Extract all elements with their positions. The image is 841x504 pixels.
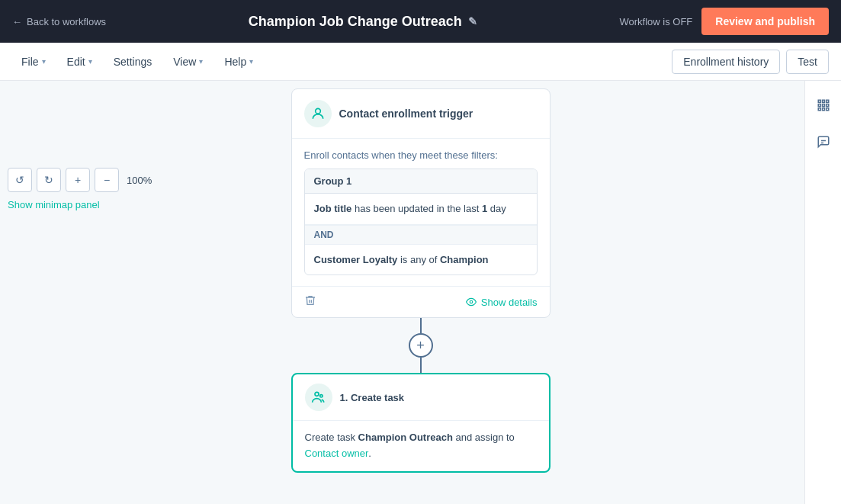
- workflow-title-area: Champion Job Change Outreach ✎: [115, 14, 610, 30]
- group-header-label: Group 1: [305, 169, 537, 194]
- filter2-field: Customer Loyalty: [314, 254, 398, 265]
- trigger-header: Contact enrollment trigger: [292, 89, 550, 139]
- trigger-card-body: Enroll contacts when they meet these fil…: [292, 139, 550, 286]
- view-chevron-icon: ▾: [199, 57, 203, 66]
- action-header: 1. Create task: [293, 374, 549, 421]
- redo-icon: ↻: [44, 174, 53, 186]
- step-connector: +: [409, 318, 433, 373]
- action-body-middle: and assign to: [455, 432, 514, 443]
- zoom-in-button[interactable]: +: [66, 168, 90, 192]
- contact-enrollment-trigger-icon: [304, 100, 332, 127]
- secondary-nav-right: Enrollment history Test: [672, 50, 829, 74]
- filter2-value: Champion: [440, 254, 489, 265]
- add-step-icon: +: [416, 338, 425, 354]
- enroll-contacts-label: Enroll contacts when they meet these fil…: [304, 149, 538, 161]
- svg-point-1: [470, 300, 473, 303]
- filter1-value: 1: [482, 203, 487, 214]
- help-chevron-icon: ▾: [249, 57, 253, 66]
- delete-trigger-icon[interactable]: [304, 294, 316, 310]
- zoom-out-button[interactable]: −: [95, 168, 119, 192]
- view-menu-label: View: [173, 56, 196, 68]
- trigger-card-footer: Show details: [292, 286, 550, 317]
- secondary-nav: File ▾ Edit ▾ Settings View ▾ Help ▾ Enr…: [0, 43, 841, 81]
- trigger-card-title: Contact enrollment trigger: [339, 108, 473, 120]
- svg-point-2: [315, 392, 319, 396]
- action-step-number: 1.: [340, 392, 348, 403]
- svg-rect-11: [822, 108, 824, 111]
- filter-row-2: Customer Loyalty is any of Champion: [305, 245, 537, 275]
- edit-pencil-icon[interactable]: ✎: [468, 15, 477, 27]
- show-details-label: Show details: [481, 297, 538, 308]
- action-task-name: Champion Outreach: [358, 432, 453, 443]
- workflow-nodes: Contact enrollment trigger Enroll contac…: [291, 81, 551, 473]
- view-menu[interactable]: View ▾: [164, 50, 212, 74]
- action-card-title: 1. Create task: [340, 392, 405, 403]
- back-arrow-icon: ←: [12, 16, 22, 27]
- svg-rect-5: [822, 100, 824, 102]
- workflow-canvas: ↺ ↻ + − 100% Show minimap panel: [0, 81, 841, 504]
- zoom-level-label: 100%: [124, 175, 155, 186]
- grid-panel-icon[interactable]: [810, 91, 837, 119]
- back-label: Back to workflows: [27, 16, 106, 27]
- undo-icon: ↺: [15, 174, 24, 186]
- filter1-field: Job title: [314, 203, 352, 214]
- action-title-label: Create task: [351, 392, 404, 403]
- settings-menu-label: Settings: [114, 56, 152, 68]
- svg-rect-12: [826, 108, 828, 111]
- back-to-workflows-link[interactable]: ← Back to workflows: [12, 16, 106, 27]
- contact-owner-link[interactable]: Contact owner: [305, 448, 369, 459]
- redo-button[interactable]: ↻: [37, 168, 61, 192]
- action-card-1[interactable]: 1. Create task Create task Champion Outr…: [291, 373, 551, 473]
- show-details-button[interactable]: Show details: [466, 297, 538, 308]
- svg-rect-10: [818, 108, 820, 111]
- trigger-card[interactable]: Contact enrollment trigger Enroll contac…: [291, 88, 551, 318]
- edit-menu-label: Edit: [67, 56, 85, 68]
- plus-icon: +: [75, 174, 81, 186]
- action-body-suffix: .: [368, 448, 371, 459]
- enrollment-history-button[interactable]: Enrollment history: [672, 50, 780, 74]
- edit-menu[interactable]: Edit ▾: [58, 50, 101, 74]
- create-task-icon: [305, 384, 332, 411]
- svg-rect-8: [822, 104, 824, 107]
- connector-line-bottom: [420, 358, 422, 373]
- connector-line-top: [420, 318, 422, 333]
- minus-icon: −: [104, 174, 110, 186]
- workflow-status-label: Workflow is OFF: [619, 16, 692, 27]
- minimap-toggle[interactable]: Show minimap panel: [8, 199, 100, 210]
- add-step-button[interactable]: +: [409, 333, 433, 358]
- file-chevron-icon: ▾: [42, 57, 46, 66]
- test-button[interactable]: Test: [786, 50, 829, 74]
- filter-group-box: Group 1 Job title has been updated in th…: [304, 169, 538, 275]
- file-menu[interactable]: File ▾: [12, 50, 55, 74]
- edit-chevron-icon: ▾: [88, 57, 92, 66]
- svg-point-3: [319, 395, 322, 397]
- right-panel: [804, 81, 841, 504]
- svg-rect-6: [826, 100, 828, 102]
- filter1-suffix: has been updated in the last: [355, 203, 482, 214]
- action-body-prefix: Create task: [305, 432, 355, 443]
- minimap-label: Show minimap panel: [8, 199, 100, 210]
- review-and-publish-button[interactable]: Review and publish: [701, 8, 829, 35]
- svg-rect-9: [826, 104, 828, 107]
- filter1-unit-label: day: [490, 203, 506, 214]
- chat-panel-icon[interactable]: [810, 128, 837, 156]
- canvas-controls: ↺ ↻ + − 100%: [8, 168, 155, 192]
- and-separator: AND: [305, 225, 537, 245]
- file-menu-label: File: [21, 56, 39, 68]
- help-menu[interactable]: Help ▾: [215, 50, 262, 74]
- undo-button[interactable]: ↺: [8, 168, 32, 192]
- help-menu-label: Help: [224, 56, 246, 68]
- settings-menu[interactable]: Settings: [104, 50, 162, 74]
- filter-row-1: Job title has been updated in the last 1…: [305, 194, 537, 225]
- filter2-middle: is any of: [400, 254, 440, 265]
- action-card-body: Create task Champion Outreach and assign…: [293, 421, 549, 471]
- svg-rect-4: [818, 100, 820, 102]
- workflow-name: Champion Job Change Outreach: [249, 14, 462, 30]
- svg-rect-7: [818, 104, 820, 107]
- top-nav: ← Back to workflows Champion Job Change …: [0, 0, 841, 43]
- svg-point-0: [315, 108, 320, 114]
